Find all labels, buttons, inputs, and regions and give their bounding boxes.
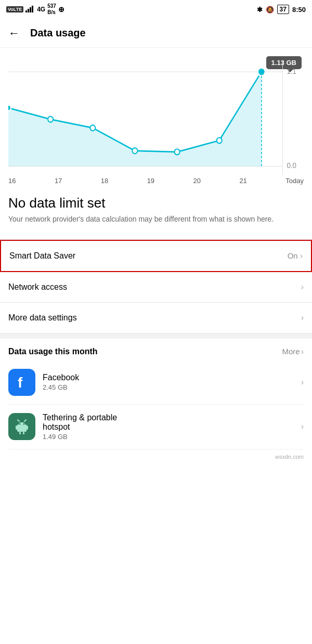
x-label-today: Today — [285, 177, 304, 185]
chart-area: 1.1 0.0 — [8, 60, 304, 175]
no-limit-desc: Your network provider's data calculation… — [8, 214, 304, 225]
x-label-18: 18 — [101, 177, 108, 185]
app-item-tethering[interactable]: Tethering & portablehotspot 1.49 GB › — [8, 405, 304, 449]
smart-data-saver-label: Smart Data Saver — [9, 251, 75, 261]
facebook-icon: f — [8, 369, 35, 396]
tethering-icon — [8, 413, 35, 440]
volte-badge: VoLTE — [6, 6, 23, 12]
facebook-name: Facebook — [43, 373, 297, 382]
more-label: More — [282, 347, 300, 356]
x-label-20: 20 — [193, 177, 201, 185]
data-point-0 — [8, 105, 11, 111]
network-access-item[interactable]: Network access › — [0, 272, 312, 303]
watermark: wsxdn.com — [0, 449, 312, 464]
tethering-usage: 1.49 GB — [43, 433, 297, 441]
smart-data-saver-value: On › — [288, 251, 303, 261]
section-divider — [0, 333, 312, 339]
data-speed: 537 B/s — [47, 3, 56, 16]
more-button[interactable]: More › — [282, 347, 304, 356]
status-bar: VoLTE 4G 537 B/s ⊕ ✱ 🔕 37 8:50 — [0, 0, 312, 19]
svg-rect-3 — [32, 6, 33, 12]
chevron-icon-1: › — [301, 282, 304, 292]
silent-icon: 🔕 — [266, 6, 274, 14]
data-point-3 — [132, 148, 137, 153]
no-limit-title: No data limit set — [8, 195, 304, 211]
svg-rect-1 — [28, 9, 29, 12]
data-chart: 1.1 0.0 — [8, 60, 304, 175]
sim-icon: ⊕ — [58, 5, 64, 14]
svg-rect-2 — [30, 7, 31, 12]
data-point-1 — [48, 117, 53, 122]
x-label-19: 19 — [147, 177, 154, 185]
back-button[interactable]: ← — [8, 27, 20, 40]
y-label-bottom: 0.0 — [287, 161, 297, 170]
tethering-logo — [12, 417, 31, 436]
chevron-icon-2: › — [301, 313, 304, 323]
network-access-label: Network access — [8, 282, 67, 292]
x-label-21: 21 — [239, 177, 246, 185]
svg-rect-17 — [19, 432, 21, 434]
data-point-2 — [90, 125, 95, 131]
tethering-chevron-icon: › — [301, 422, 304, 431]
status-right: ✱ 🔕 37 8:50 — [257, 5, 306, 14]
svg-text:f: f — [18, 375, 23, 391]
facebook-info: Facebook 2.45 GB — [43, 373, 297, 391]
chart-container: 1.13 GB 1.1 0.0 — [0, 48, 312, 191]
chart-x-labels: 16 17 18 19 20 21 Today — [8, 175, 304, 191]
no-limit-section: No data limit set Your network provider'… — [0, 191, 312, 235]
app-item-facebook[interactable]: f Facebook 2.45 GB › — [8, 360, 304, 405]
more-data-settings-label: More data settings — [8, 313, 77, 323]
facebook-chevron-icon: › — [301, 378, 304, 387]
y-label-top: 1.1 — [287, 68, 296, 76]
bluetooth-icon: ✱ — [257, 6, 263, 14]
month-section: Data usage this month More › f Facebook … — [0, 339, 312, 449]
svg-rect-18 — [23, 432, 24, 434]
svg-line-13 — [18, 420, 19, 421]
network-type: 4G — [37, 6, 45, 13]
svg-point-11 — [19, 423, 21, 425]
page-title: Data usage — [30, 27, 86, 39]
battery-icon: 37 — [277, 5, 289, 14]
more-data-settings-item[interactable]: More data settings › — [0, 303, 312, 333]
facebook-logo: f — [14, 374, 30, 391]
data-point-4 — [175, 149, 180, 155]
x-label-16: 16 — [8, 177, 16, 185]
data-point-5 — [217, 138, 222, 144]
x-label-17: 17 — [55, 177, 62, 185]
svg-point-12 — [23, 423, 25, 425]
tethering-name: Tethering & portablehotspot — [43, 413, 297, 432]
chevron-icon-0: › — [300, 251, 303, 261]
more-data-settings-chevron: › — [301, 313, 304, 323]
month-title: Data usage this month — [8, 347, 98, 356]
facebook-usage: 2.45 GB — [43, 383, 297, 391]
time-display: 8:50 — [292, 6, 306, 14]
month-header: Data usage this month More › — [8, 347, 304, 356]
svg-rect-0 — [25, 10, 27, 12]
more-chevron-icon: › — [301, 347, 304, 356]
top-bar: ← Data usage — [0, 19, 312, 48]
tethering-info: Tethering & portablehotspot 1.49 GB — [43, 413, 297, 441]
signal-strength — [25, 5, 35, 14]
status-left: VoLTE 4G 537 B/s ⊕ — [6, 3, 64, 16]
settings-list: Smart Data Saver On › Network access › M… — [0, 239, 312, 333]
network-access-chevron: › — [301, 282, 304, 292]
svg-line-14 — [24, 420, 26, 421]
svg-rect-15 — [16, 426, 18, 430]
smart-data-saver-item[interactable]: Smart Data Saver On › — [0, 240, 312, 272]
svg-rect-16 — [26, 426, 28, 430]
